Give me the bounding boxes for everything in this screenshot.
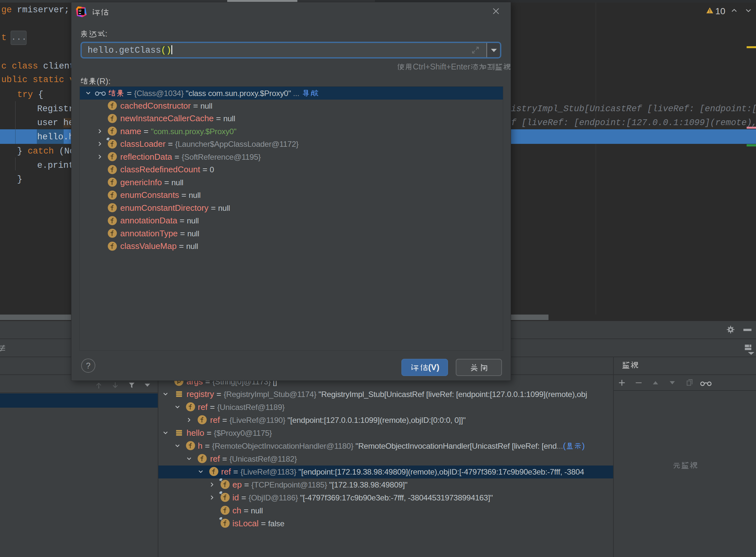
svg-text:IJ: IJ <box>79 9 81 12</box>
